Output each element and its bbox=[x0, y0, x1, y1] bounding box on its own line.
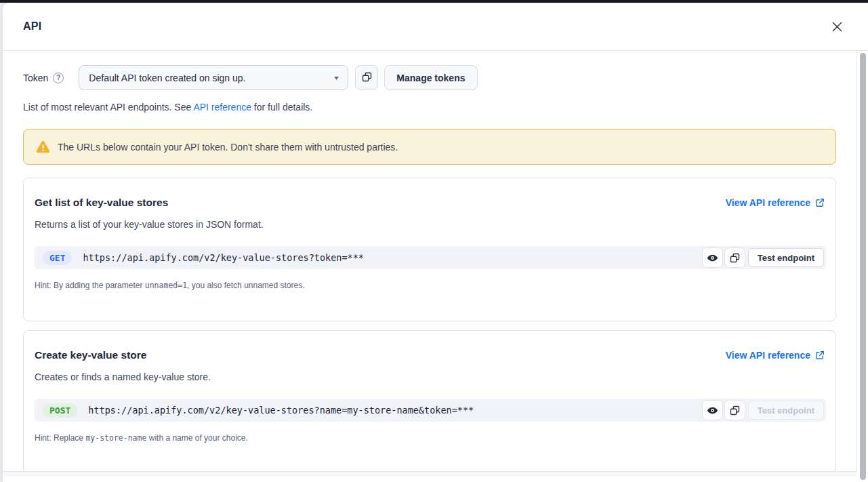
view-api-reference-label: View API reference bbox=[726, 197, 810, 208]
card-title: Create key-value store bbox=[35, 349, 146, 361]
intro-text-before: List of most relevant API endpoints. See bbox=[23, 102, 193, 113]
hint-text-after: with a name of your choice. bbox=[146, 433, 247, 443]
endpoint-bar-controls: Test endpoint bbox=[703, 248, 824, 267]
external-link-icon bbox=[815, 198, 825, 207]
hint-code: unnamed=1 bbox=[145, 281, 187, 290]
endpoint-card-create-store: Create key-value store View API referenc… bbox=[23, 330, 836, 474]
token-label: Token bbox=[23, 73, 48, 83]
card-title: Get list of key-value stores bbox=[35, 197, 168, 209]
method-badge-get: GET bbox=[43, 251, 72, 265]
hint-text-before: Hint: Replace bbox=[35, 433, 85, 443]
view-api-reference-link[interactable]: View API reference bbox=[726, 197, 825, 208]
copy-url-button[interactable] bbox=[725, 248, 745, 267]
copy-url-button[interactable] bbox=[725, 401, 745, 420]
close-button[interactable] bbox=[830, 21, 844, 35]
reveal-token-button[interactable] bbox=[703, 401, 722, 420]
modal-body: Token ? Default API token created on sig… bbox=[3, 51, 857, 477]
endpoint-url: https://api.apify.com/v2/key-value-store… bbox=[88, 405, 474, 416]
help-icon[interactable]: ? bbox=[53, 73, 64, 83]
copy-icon bbox=[730, 405, 740, 416]
copy-icon bbox=[730, 253, 740, 263]
hint-text-after: , you also fetch unnamed stores. bbox=[187, 281, 304, 290]
copy-token-button[interactable] bbox=[355, 65, 378, 90]
view-api-reference-label: View API reference bbox=[726, 350, 810, 361]
card-description: Creates or finds a named key-value store… bbox=[35, 371, 825, 382]
card-hint: Hint: By adding the parameter unnamed=1,… bbox=[35, 281, 825, 290]
close-icon bbox=[831, 21, 843, 35]
card-head: Get list of key-value stores View API re… bbox=[35, 197, 825, 209]
scroll-edge-divider bbox=[3, 471, 857, 477]
token-select-value: Default API token created on sign up. bbox=[89, 73, 245, 83]
card-hint: Hint: Replace my-store-name with a name … bbox=[35, 433, 825, 443]
endpoint-card-get-list: Get list of key-value stores View API re… bbox=[23, 178, 836, 321]
hint-text-before: Hint: By adding the parameter bbox=[35, 281, 145, 290]
scrollbar bbox=[858, 51, 868, 482]
external-link-icon bbox=[815, 350, 825, 360]
api-modal: API Token ? Default API token created on… bbox=[3, 3, 868, 482]
test-endpoint-button[interactable]: Test endpoint bbox=[748, 248, 824, 267]
chevron-down-icon: ▾ bbox=[335, 74, 339, 81]
token-select[interactable]: Default API token created on sign up. ▾ bbox=[79, 65, 348, 90]
test-endpoint-button-disabled[interactable]: Test endpoint bbox=[748, 401, 824, 420]
modal-header: API bbox=[3, 3, 868, 51]
eye-icon bbox=[707, 405, 718, 416]
view-api-reference-link[interactable]: View API reference bbox=[726, 350, 825, 361]
api-reference-link[interactable]: API reference bbox=[193, 102, 251, 113]
endpoint-url: https://api.apify.com/v2/key-value-store… bbox=[83, 252, 364, 263]
intro-text: List of most relevant API endpoints. See… bbox=[23, 102, 835, 113]
warning-banner: The URLs below contain your API token. D… bbox=[23, 129, 836, 165]
page-title: API bbox=[23, 20, 41, 33]
token-row: Token ? Default API token created on sig… bbox=[23, 65, 835, 90]
card-description: Returns a list of your key-value stores … bbox=[35, 219, 825, 230]
intro-text-after: for full details. bbox=[251, 102, 312, 113]
endpoint-url-bar: POST https://api.apify.com/v2/key-value-… bbox=[35, 399, 826, 422]
warning-icon bbox=[36, 140, 50, 153]
eye-icon bbox=[707, 252, 718, 264]
endpoint-url-bar: GET https://api.apify.com/v2/key-value-s… bbox=[35, 246, 826, 269]
card-head: Create key-value store View API referenc… bbox=[35, 349, 825, 361]
copy-icon bbox=[362, 72, 372, 84]
scrollbar-thumb[interactable] bbox=[860, 53, 866, 480]
reveal-token-button[interactable] bbox=[703, 248, 722, 267]
manage-tokens-button[interactable]: Manage tokens bbox=[384, 65, 477, 90]
warning-text: The URLs below contain your API token. D… bbox=[58, 142, 398, 153]
endpoint-bar-controls: Test endpoint bbox=[703, 401, 824, 420]
hint-code: my-store-name bbox=[85, 433, 146, 443]
method-badge-post: POST bbox=[43, 403, 77, 418]
